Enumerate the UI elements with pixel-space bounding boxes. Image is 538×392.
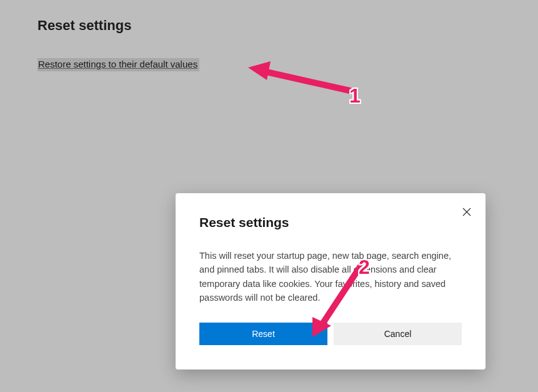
dialog-title: Reset settings: [199, 215, 462, 230]
annotation-label-1: 1: [349, 84, 361, 108]
dialog-body-text: This will reset your startup page, new t…: [199, 249, 462, 305]
cancel-button[interactable]: Cancel: [334, 323, 462, 345]
close-button[interactable]: [459, 204, 474, 219]
dialog-button-row: Reset Cancel: [199, 323, 462, 345]
reset-settings-dialog: Reset settings This will reset your star…: [176, 193, 486, 369]
annotation-arrow-1: [247, 56, 359, 97]
restore-settings-link[interactable]: Restore settings to their default values: [37, 58, 199, 71]
reset-button[interactable]: Reset: [199, 323, 327, 345]
svg-line-3: [258, 70, 350, 91]
close-icon: [462, 208, 471, 216]
svg-marker-4: [248, 61, 271, 80]
page-title: Reset settings: [37, 18, 131, 34]
